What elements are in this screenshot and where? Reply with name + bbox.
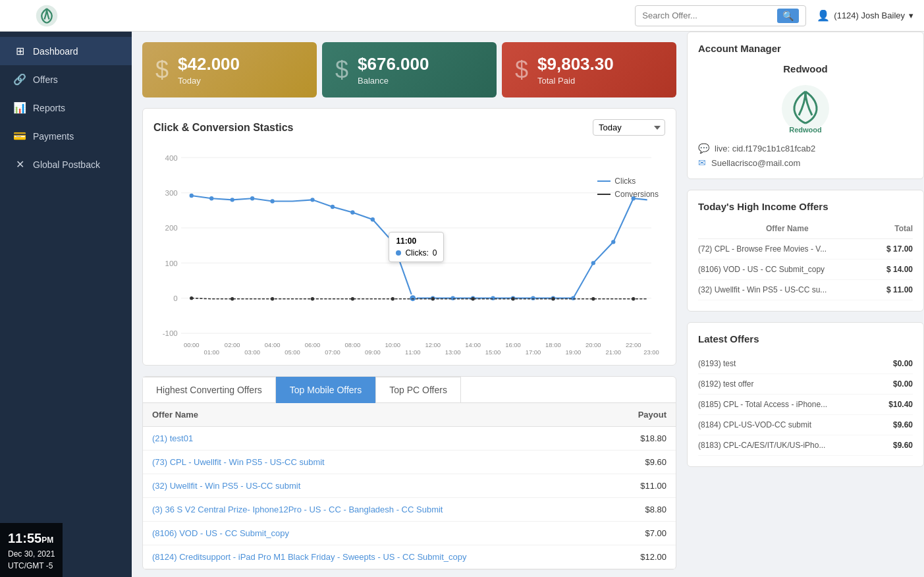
search-button[interactable]: 🔍 — [777, 9, 799, 23]
svg-text:-100: -100 — [163, 329, 178, 337]
sidebar-item-offers[interactable]: 🔗 Offers — [0, 65, 132, 94]
click-point — [371, 217, 375, 221]
tab-top-mobile[interactable]: Top Mobile Offers — [276, 377, 375, 403]
click-point — [331, 205, 335, 209]
hi-offer-total: $ 17.00 — [877, 239, 913, 260]
click-point — [571, 296, 575, 300]
latest-offers-title: Latest Offers — [698, 333, 913, 344]
svg-text:15:00: 15:00 — [485, 348, 501, 354]
main-wrapper: $ $42.000 Today $ $676.000 Balance $ — [132, 32, 924, 577]
clicks-line — [192, 196, 647, 298]
svg-text:Redwood: Redwood — [789, 126, 822, 134]
sidebar-item-global-postback[interactable]: ✕ Global Postback — [0, 150, 132, 179]
offer-name-link[interactable]: (8106) VOD - US - CC Submit_copy — [152, 528, 289, 538]
offer-payout-cell: $18.80 — [610, 427, 676, 451]
sidebar-label-offers: Offers — [33, 74, 58, 85]
balance-label: Balance — [358, 76, 429, 86]
account-manager-logo: Redwood — [698, 82, 913, 135]
svg-text:16:00: 16:00 — [505, 341, 521, 348]
stat-card-today: $ $42.000 Today — [142, 42, 317, 97]
svg-text:200: 200 — [165, 223, 178, 232]
svg-text:01:00: 01:00 — [204, 348, 219, 354]
global-postback-icon: ✕ — [13, 158, 26, 171]
svg-text:13:00: 13:00 — [445, 348, 461, 354]
table-row: (21) test01 $18.80 — [143, 427, 676, 451]
sidebar-item-payments[interactable]: 💳 Payments — [0, 122, 132, 150]
hi-header-row: Offer Name Total — [698, 221, 913, 239]
svg-text:07:00: 07:00 — [325, 348, 340, 354]
offer-name-cell[interactable]: (32) Uwellfit - Win PS5 - US-CC submit — [143, 474, 610, 498]
svg-text:12:00: 12:00 — [425, 341, 441, 348]
bottom-tz: UTC/GMT -5 — [8, 560, 55, 572]
svg-text:02:00: 02:00 — [225, 341, 240, 348]
offer-name-cell[interactable]: (8124) Creditsupport - iPad Pro M1 Black… — [143, 545, 610, 569]
contact-email-row: ✉ Suellacrisco@mail.com — [698, 157, 913, 168]
chart-filter[interactable]: Today Yesterday Last 7 Days Last 30 Days — [593, 119, 665, 136]
offer-name-cell[interactable]: (73) CPL - Uwellfit - Win PS5 - US-CC su… — [143, 451, 610, 474]
latest-offer-name[interactable]: (8193) test — [698, 359, 736, 368]
latest-offer-name[interactable]: (8185) CPL - Total Access - iPhone... — [698, 400, 827, 409]
legend-clicks-dot — [597, 180, 611, 182]
latest-offer-price: $0.00 — [893, 359, 913, 368]
offer-payout-cell: $7.00 — [610, 522, 676, 545]
offer-payout-cell: $12.00 — [610, 545, 676, 569]
sidebar-label-reports: Reports — [33, 103, 65, 113]
user-menu[interactable]: 👤 (1124) Josh Bailey ▾ — [817, 9, 913, 22]
right-panel: Account Manager Redwood Redwood — [687, 32, 924, 577]
logo-area — [11, 4, 83, 28]
svg-text:22:00: 22:00 — [626, 341, 641, 348]
sidebar-item-dashboard[interactable]: ⊞ Dashboard — [0, 37, 132, 65]
latest-offer-name[interactable]: (8183) CPL-CA/ES/IT/UK/US-iPho... — [698, 441, 825, 450]
offers-table: Offer Name Payout (21) test01 $18.80 (73… — [143, 403, 676, 569]
sidebar-label-payments: Payments — [33, 131, 74, 142]
conv-point — [551, 297, 555, 300]
offer-name-link[interactable]: (32) Uwellfit - Win PS5 - US-CC submit — [152, 481, 300, 491]
svg-text:14:00: 14:00 — [465, 341, 481, 348]
svg-text:20:00: 20:00 — [585, 341, 601, 348]
search-box[interactable]: 🔍 — [635, 5, 806, 26]
click-point — [391, 240, 394, 244]
offer-name-link[interactable]: (8124) Creditsupport - iPad Pro M1 Black… — [152, 552, 467, 562]
dashboard-icon: ⊞ — [13, 45, 26, 57]
latest-offer-row: (8185) CPL - Total Access - iPhone... $1… — [698, 395, 913, 415]
offers-table-head: Offer Name Payout — [143, 403, 676, 427]
offer-name-cell[interactable]: (21) test01 — [143, 427, 610, 451]
table-row: (8106) VOD - US - CC Submit_copy $7.00 — [143, 522, 676, 545]
offer-name-link[interactable]: (3) 36 S V2 Central Prize- Iphone12Pro -… — [152, 505, 443, 514]
table-row: (32) Uwellfit - Win PS5 - US-CC submit $… — [143, 474, 676, 498]
col-payout: Payout — [610, 403, 676, 427]
account-manager-card: Account Manager Redwood Redwood — [687, 32, 924, 179]
latest-offer-name[interactable]: (8192) test offer — [698, 379, 754, 389]
svg-text:21:00: 21:00 — [605, 348, 621, 354]
hi-offer-name: (32) Uwellfit - Win PS5 - US-CC su... — [698, 280, 877, 300]
latest-offer-price: $9.60 — [893, 420, 913, 429]
svg-text:17:00: 17:00 — [526, 348, 541, 354]
offers-section: Highest Converting Offers Top Mobile Off… — [142, 376, 676, 570]
click-point — [350, 210, 354, 214]
search-input[interactable] — [642, 11, 775, 20]
tab-top-pc[interactable]: Top PC Offers — [375, 377, 461, 403]
today-icon: $ — [155, 56, 169, 84]
latest-offer-price: $10.40 — [888, 400, 913, 409]
bottom-date: Dec 30, 2021 — [8, 548, 55, 560]
hi-col-offer: Offer Name — [698, 221, 877, 239]
legend-clicks-label: Clicks — [614, 177, 636, 186]
click-point — [250, 196, 254, 200]
conv-point — [431, 297, 435, 300]
click-point — [591, 261, 595, 265]
offer-name-cell[interactable]: (8106) VOD - US - CC Submit_copy — [143, 522, 610, 545]
svg-text:00:00: 00:00 — [184, 341, 200, 348]
offers-table-header-row: Offer Name Payout — [143, 403, 676, 427]
hi-offer-total: $ 14.00 — [877, 260, 913, 280]
latest-offer-name[interactable]: (8184) CPL-US-VOD-CC submit — [698, 420, 811, 429]
offer-name-link[interactable]: (21) test01 — [152, 433, 193, 443]
sidebar-item-reports[interactable]: 📊 Reports — [0, 94, 132, 122]
legend-conversions: Conversions — [597, 190, 659, 199]
offer-payout-cell: $11.00 — [610, 474, 676, 498]
offer-name-link[interactable]: (73) CPL - Uwellfit - Win PS5 - US-CC su… — [152, 457, 325, 467]
hi-col-total: Total — [877, 221, 913, 239]
chat-icon: 💬 — [698, 143, 709, 153]
chart-filter-select[interactable]: Today Yesterday Last 7 Days Last 30 Days — [593, 119, 665, 136]
tab-highest-converting[interactable]: Highest Converting Offers — [143, 377, 276, 403]
offer-name-cell[interactable]: (3) 36 S V2 Central Prize- Iphone12Pro -… — [143, 498, 610, 522]
